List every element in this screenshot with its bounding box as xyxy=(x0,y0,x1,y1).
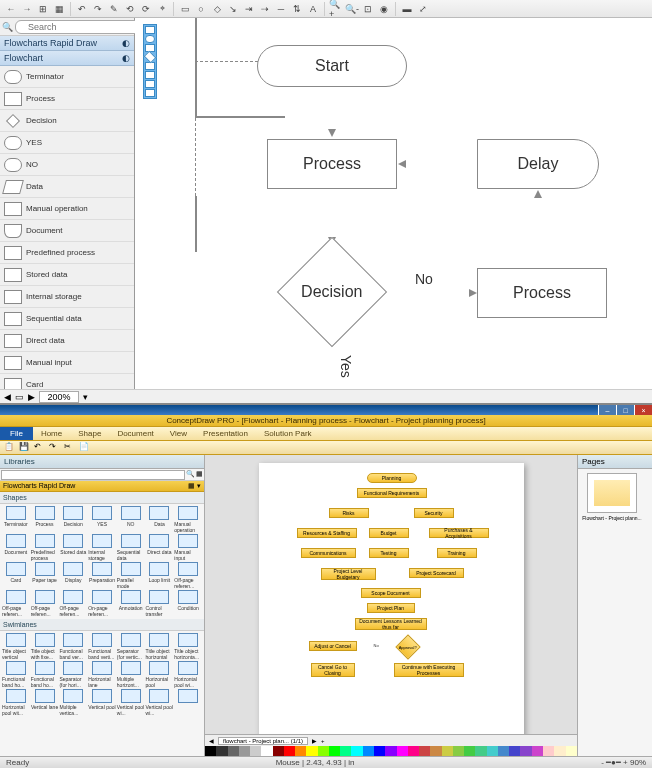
flow-node[interactable]: Cancel Go to Closing xyxy=(311,663,355,677)
color-swatch[interactable] xyxy=(453,746,464,756)
toolbar-button[interactable]: 🔍- xyxy=(345,2,359,16)
shape-cell[interactable]: Decision xyxy=(59,506,87,533)
shape-item[interactable]: Sequential data xyxy=(0,308,134,330)
color-swatch[interactable] xyxy=(487,746,498,756)
shape-cell[interactable]: Manual input xyxy=(174,534,202,561)
toolbar-button[interactable]: ◉ xyxy=(377,2,391,16)
shape-cell[interactable]: Functional band verti... xyxy=(88,633,116,660)
color-swatch[interactable] xyxy=(430,746,441,756)
shape-item[interactable]: Decision xyxy=(0,110,134,132)
color-swatch[interactable] xyxy=(295,746,306,756)
flow-node[interactable]: Project Level Budgetary xyxy=(321,568,376,580)
color-swatch[interactable] xyxy=(239,746,250,756)
toolbar-button[interactable]: 📋 xyxy=(4,442,16,454)
shape-cell[interactable]: Annotation xyxy=(117,590,145,617)
shape-item[interactable]: Terminator xyxy=(0,66,134,88)
flow-node[interactable]: Purchases & Acquisitions xyxy=(429,528,489,538)
color-swatch[interactable] xyxy=(284,746,295,756)
shape-item[interactable]: Predefined process xyxy=(0,242,134,264)
toolbar-button[interactable]: ⇥ xyxy=(242,2,256,16)
toolbar-button[interactable]: ✎ xyxy=(107,2,121,16)
ribbon-tab[interactable]: Presentation xyxy=(195,429,256,438)
node-decision[interactable]: Decision xyxy=(277,237,387,347)
color-swatch[interactable] xyxy=(532,746,543,756)
shape-cell[interactable]: Off-page referen... xyxy=(59,590,87,617)
flow-node[interactable]: Planning xyxy=(367,473,417,483)
shape-cell[interactable]: Horizontal pool xyxy=(146,661,174,688)
shape-cell[interactable]: Condition xyxy=(174,590,202,617)
node-start[interactable]: Start xyxy=(257,45,407,87)
color-swatch[interactable] xyxy=(318,746,329,756)
flow-node[interactable]: Testing xyxy=(369,548,409,558)
color-swatch[interactable] xyxy=(566,746,577,756)
shape-cell[interactable]: Vertical pool wi... xyxy=(117,689,145,716)
toolbar-button[interactable]: ↷ xyxy=(49,442,61,454)
color-swatch[interactable] xyxy=(273,746,284,756)
shape-cell[interactable]: Card xyxy=(2,562,30,589)
shape-cell[interactable] xyxy=(174,689,202,716)
toolbar-button[interactable]: → xyxy=(20,2,34,16)
toolbar-button[interactable]: ⟲ xyxy=(123,2,137,16)
library-search-input[interactable] xyxy=(1,470,185,480)
maximize-button[interactable]: □ xyxy=(616,405,634,415)
shape-cell[interactable]: Functional band ho... xyxy=(2,661,30,688)
ribbon-tab[interactable]: Document xyxy=(109,429,161,438)
ribbon-tab[interactable]: Solution Park xyxy=(256,429,320,438)
shape-cell[interactable]: Manual operation xyxy=(174,506,202,533)
shape-cell[interactable]: Functional band ho... xyxy=(31,661,59,688)
tab-add[interactable]: + xyxy=(321,738,325,744)
canvas[interactable]: Start Process Delay Decision Process No … xyxy=(135,18,652,389)
shape-item[interactable]: YES xyxy=(0,132,134,154)
flow-node[interactable]: Scope Document xyxy=(361,588,421,598)
category-rapid-draw[interactable]: Flowcharts Rapid Draw▦ ▾ xyxy=(0,481,204,492)
node-process2[interactable]: Process xyxy=(477,268,607,318)
color-swatch[interactable] xyxy=(329,746,340,756)
canvas[interactable]: PlanningFunctional RequirementsRisksSecu… xyxy=(205,455,577,746)
shape-cell[interactable]: Separator (for hori... xyxy=(59,661,87,688)
toolbar-button[interactable]: ⇢ xyxy=(258,2,272,16)
toolbar-button[interactable]: ✂ xyxy=(64,442,76,454)
toolbar-button[interactable]: ⌖ xyxy=(155,2,169,16)
search-icon[interactable]: 🔍 xyxy=(186,470,195,479)
color-swatch[interactable] xyxy=(340,746,351,756)
toolbar-button[interactable]: ⊞ xyxy=(36,2,50,16)
shape-cell[interactable]: Off-page referen... xyxy=(31,590,59,617)
color-palette[interactable] xyxy=(205,746,577,756)
color-swatch[interactable] xyxy=(475,746,486,756)
toolbar-button[interactable]: ⤢ xyxy=(416,2,430,16)
color-swatch[interactable] xyxy=(363,746,374,756)
shape-cell[interactable]: Data xyxy=(146,506,174,533)
shape-cell[interactable]: Process xyxy=(31,506,59,533)
shape-cell[interactable]: Title object horizonta... xyxy=(174,633,202,660)
ribbon-tab[interactable]: View xyxy=(162,429,195,438)
grid-icon[interactable]: ▦ xyxy=(196,470,203,479)
shape-cell[interactable]: Document xyxy=(2,534,30,561)
color-swatch[interactable] xyxy=(419,746,430,756)
shape-cell[interactable]: Functional band ver... xyxy=(59,633,87,660)
shape-cell[interactable]: Terminator xyxy=(2,506,30,533)
color-swatch[interactable] xyxy=(351,746,362,756)
close-button[interactable]: × xyxy=(634,405,652,415)
stencil-palette[interactable] xyxy=(143,24,157,99)
ribbon-tab[interactable]: Home xyxy=(33,429,70,438)
toolbar-button[interactable]: ▭ xyxy=(178,2,192,16)
color-swatch[interactable] xyxy=(554,746,565,756)
shape-item[interactable]: Manual operation xyxy=(0,198,134,220)
shape-cell[interactable]: Loop limit xyxy=(146,562,174,589)
toolbar-button[interactable]: ← xyxy=(4,2,18,16)
color-swatch[interactable] xyxy=(408,746,419,756)
shape-item[interactable]: Stored data xyxy=(0,264,134,286)
shape-item[interactable]: Card xyxy=(0,374,134,389)
shape-cell[interactable]: Horizontal pool wi... xyxy=(174,661,202,688)
toolbar-button[interactable]: ▬ xyxy=(400,2,414,16)
category-rapid-draw[interactable]: Flowcharts Rapid Draw◐ xyxy=(0,36,134,51)
zoom-dropdown-icon[interactable]: ▾ xyxy=(83,392,88,402)
zoom-input[interactable] xyxy=(39,391,79,403)
shape-item[interactable]: Internal storage xyxy=(0,286,134,308)
search-input[interactable] xyxy=(15,20,153,34)
color-swatch[interactable] xyxy=(205,746,216,756)
toolbar-button[interactable]: ◇ xyxy=(210,2,224,16)
shape-cell[interactable]: Stored data xyxy=(59,534,87,561)
shape-cell[interactable]: Vertical lane xyxy=(31,689,59,716)
flow-node[interactable]: Project Scorecard xyxy=(409,568,464,578)
